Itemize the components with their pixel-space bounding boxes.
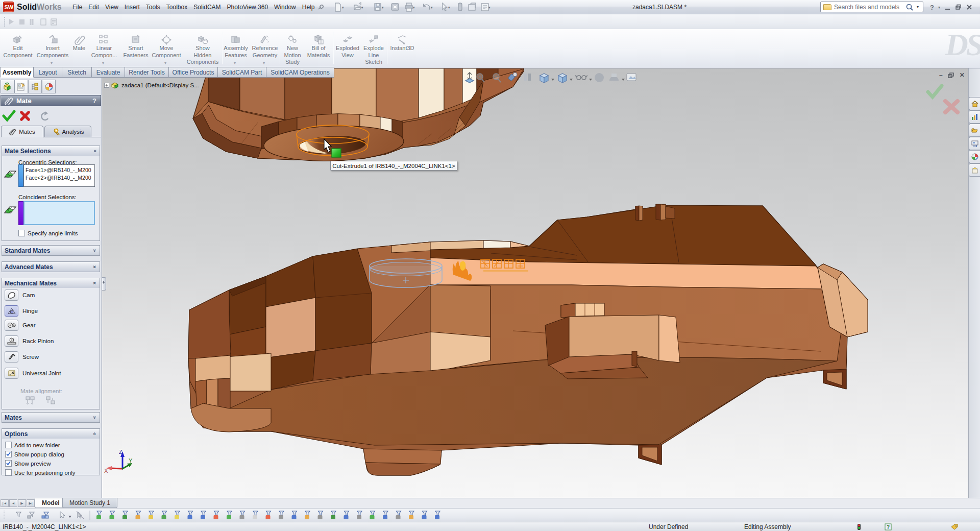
svg-text:?: ?: [887, 524, 890, 530]
svg-text:SW: SW: [5, 4, 14, 10]
svg-text:Y: Y: [129, 457, 133, 464]
svg-text:Z: Z: [119, 449, 122, 455]
svg-text:X: X: [104, 468, 108, 474]
